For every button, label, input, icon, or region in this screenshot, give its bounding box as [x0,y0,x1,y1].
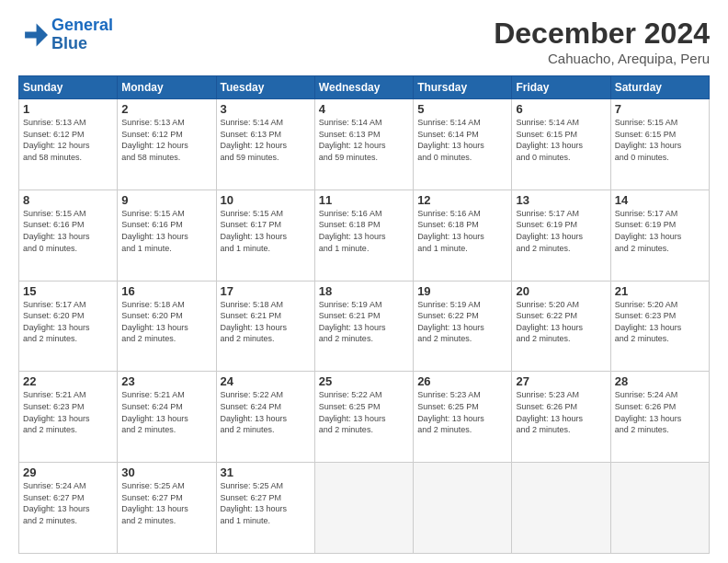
day-number: 8 [23,193,113,207]
day-number: 5 [417,102,507,116]
calendar-cell: 9Sunrise: 5:15 AM Sunset: 6:16 PM Daylig… [118,190,216,281]
calendar-cell: 20Sunrise: 5:20 AM Sunset: 6:22 PM Dayli… [512,281,610,372]
day-info: Sunrise: 5:17 AM Sunset: 6:20 PM Dayligh… [23,299,113,345]
calendar-cell: 11Sunrise: 5:16 AM Sunset: 6:18 PM Dayli… [314,190,413,281]
day-info: Sunrise: 5:18 AM Sunset: 6:20 PM Dayligh… [121,299,211,345]
calendar-cell: 6Sunrise: 5:14 AM Sunset: 6:15 PM Daylig… [512,99,610,190]
day-info: Sunrise: 5:14 AM Sunset: 6:13 PM Dayligh… [221,117,311,163]
calendar-cell: 5Sunrise: 5:14 AM Sunset: 6:14 PM Daylig… [414,99,512,190]
day-number: 16 [121,284,211,298]
day-number: 1 [23,102,113,116]
day-number: 27 [516,374,606,388]
calendar-cell: 19Sunrise: 5:19 AM Sunset: 6:22 PM Dayli… [414,281,512,372]
title-block: December 2024 Cahuacho, Arequipa, Peru [494,17,710,66]
day-number: 21 [615,284,705,298]
day-number: 7 [615,102,705,116]
day-info: Sunrise: 5:18 AM Sunset: 6:21 PM Dayligh… [221,299,311,345]
day-number: 23 [121,374,211,388]
day-info: Sunrise: 5:15 AM Sunset: 6:15 PM Dayligh… [615,117,705,163]
logo: General Blue [18,17,113,53]
day-info: Sunrise: 5:14 AM Sunset: 6:14 PM Dayligh… [417,117,507,163]
calendar-cell: 7Sunrise: 5:15 AM Sunset: 6:15 PM Daylig… [610,99,709,190]
day-number: 10 [221,193,311,207]
day-of-week-header: Sunday [19,76,118,99]
calendar-week-row: 29Sunrise: 5:24 AM Sunset: 6:27 PM Dayli… [19,463,710,554]
day-number: 31 [221,465,311,479]
calendar-week-row: 15Sunrise: 5:17 AM Sunset: 6:20 PM Dayli… [19,281,710,372]
day-number: 15 [23,284,113,298]
day-info: Sunrise: 5:22 AM Sunset: 6:25 PM Dayligh… [319,389,409,435]
header: General Blue December 2024 Cahuacho, Are… [18,17,710,66]
calendar-cell [512,463,610,554]
day-of-week-header: Thursday [414,76,512,99]
day-number: 22 [23,374,113,388]
day-number: 18 [319,284,409,298]
calendar-cell: 30Sunrise: 5:25 AM Sunset: 6:27 PM Dayli… [118,463,216,554]
day-info: Sunrise: 5:21 AM Sunset: 6:23 PM Dayligh… [23,389,113,435]
calendar-cell: 15Sunrise: 5:17 AM Sunset: 6:20 PM Dayli… [19,281,118,372]
calendar-cell [414,463,512,554]
calendar-cell: 22Sunrise: 5:21 AM Sunset: 6:23 PM Dayli… [19,372,118,463]
day-info: Sunrise: 5:25 AM Sunset: 6:27 PM Dayligh… [221,480,311,526]
calendar-cell: 23Sunrise: 5:21 AM Sunset: 6:24 PM Dayli… [118,372,216,463]
logo-line1: General [51,16,113,34]
day-info: Sunrise: 5:15 AM Sunset: 6:17 PM Dayligh… [221,208,311,254]
day-number: 4 [319,102,409,116]
day-info: Sunrise: 5:17 AM Sunset: 6:19 PM Dayligh… [615,208,705,254]
day-info: Sunrise: 5:15 AM Sunset: 6:16 PM Dayligh… [121,208,211,254]
calendar-cell: 18Sunrise: 5:19 AM Sunset: 6:21 PM Dayli… [314,281,413,372]
day-number: 9 [121,193,211,207]
calendar-cell: 4Sunrise: 5:14 AM Sunset: 6:13 PM Daylig… [314,99,413,190]
day-number: 14 [615,193,705,207]
logo-line2: Blue [51,35,113,53]
day-number: 24 [221,374,311,388]
day-info: Sunrise: 5:20 AM Sunset: 6:23 PM Dayligh… [615,299,705,345]
calendar-cell: 21Sunrise: 5:20 AM Sunset: 6:23 PM Dayli… [610,281,709,372]
calendar-cell: 26Sunrise: 5:23 AM Sunset: 6:25 PM Dayli… [414,372,512,463]
day-info: Sunrise: 5:20 AM Sunset: 6:22 PM Dayligh… [516,299,606,345]
day-info: Sunrise: 5:23 AM Sunset: 6:26 PM Dayligh… [516,389,606,435]
day-info: Sunrise: 5:13 AM Sunset: 6:12 PM Dayligh… [121,117,211,163]
day-number: 6 [516,102,606,116]
calendar-cell [610,463,709,554]
day-number: 17 [221,284,311,298]
calendar: SundayMondayTuesdayWednesdayThursdayFrid… [18,75,710,554]
calendar-cell [314,463,413,554]
day-info: Sunrise: 5:21 AM Sunset: 6:24 PM Dayligh… [121,389,211,435]
day-info: Sunrise: 5:24 AM Sunset: 6:26 PM Dayligh… [615,389,705,435]
calendar-cell: 10Sunrise: 5:15 AM Sunset: 6:17 PM Dayli… [216,190,314,281]
calendar-cell: 31Sunrise: 5:25 AM Sunset: 6:27 PM Dayli… [216,463,314,554]
month-title: December 2024 [494,17,710,51]
calendar-cell: 27Sunrise: 5:23 AM Sunset: 6:26 PM Dayli… [512,372,610,463]
calendar-cell: 3Sunrise: 5:14 AM Sunset: 6:13 PM Daylig… [216,99,314,190]
day-number: 30 [121,465,211,479]
day-info: Sunrise: 5:24 AM Sunset: 6:27 PM Dayligh… [23,480,113,526]
calendar-header-row: SundayMondayTuesdayWednesdayThursdayFrid… [19,76,710,99]
location: Cahuacho, Arequipa, Peru [494,51,710,66]
calendar-cell: 24Sunrise: 5:22 AM Sunset: 6:24 PM Dayli… [216,372,314,463]
calendar-cell: 28Sunrise: 5:24 AM Sunset: 6:26 PM Dayli… [610,372,709,463]
day-number: 28 [615,374,705,388]
day-number: 13 [516,193,606,207]
day-info: Sunrise: 5:14 AM Sunset: 6:13 PM Dayligh… [319,117,409,163]
day-of-week-header: Wednesday [314,76,413,99]
day-number: 25 [319,374,409,388]
day-number: 29 [23,465,113,479]
page: General Blue December 2024 Cahuacho, Are… [0,0,728,563]
day-of-week-header: Friday [512,76,610,99]
day-number: 26 [417,374,507,388]
day-info: Sunrise: 5:16 AM Sunset: 6:18 PM Dayligh… [319,208,409,254]
calendar-cell: 8Sunrise: 5:15 AM Sunset: 6:16 PM Daylig… [19,190,118,281]
day-info: Sunrise: 5:25 AM Sunset: 6:27 PM Dayligh… [121,480,211,526]
day-info: Sunrise: 5:17 AM Sunset: 6:19 PM Dayligh… [516,208,606,254]
calendar-cell: 12Sunrise: 5:16 AM Sunset: 6:18 PM Dayli… [414,190,512,281]
day-of-week-header: Saturday [610,76,709,99]
calendar-cell: 2Sunrise: 5:13 AM Sunset: 6:12 PM Daylig… [118,99,216,190]
calendar-cell: 13Sunrise: 5:17 AM Sunset: 6:19 PM Dayli… [512,190,610,281]
calendar-cell: 29Sunrise: 5:24 AM Sunset: 6:27 PM Dayli… [19,463,118,554]
calendar-week-row: 8Sunrise: 5:15 AM Sunset: 6:16 PM Daylig… [19,190,710,281]
calendar-cell: 17Sunrise: 5:18 AM Sunset: 6:21 PM Dayli… [216,281,314,372]
day-info: Sunrise: 5:19 AM Sunset: 6:22 PM Dayligh… [417,299,507,345]
day-info: Sunrise: 5:19 AM Sunset: 6:21 PM Dayligh… [319,299,409,345]
calendar-cell: 16Sunrise: 5:18 AM Sunset: 6:20 PM Dayli… [118,281,216,372]
